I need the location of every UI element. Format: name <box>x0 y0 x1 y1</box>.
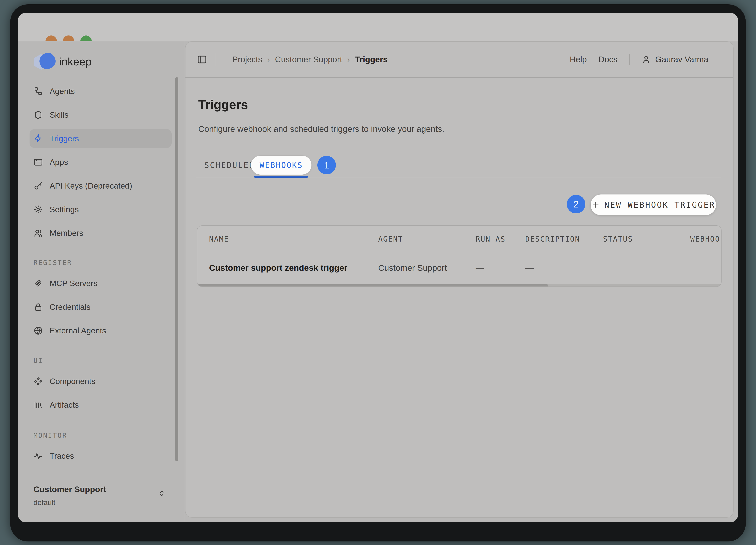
sidebar-item-external-agents[interactable]: External Agents <box>18 319 185 343</box>
trigger-run-as-cell: — <box>476 252 484 283</box>
hexagon-icon <box>33 110 43 120</box>
page-description: Configure webhook and scheduled triggers… <box>198 124 444 134</box>
header-divider <box>215 53 215 66</box>
sidebar-item-skills[interactable]: Skills <box>18 103 185 127</box>
trigger-name-cell[interactable]: Customer support zendesk trigger <box>209 252 347 283</box>
sidebar-item-members[interactable]: Members <box>18 221 185 245</box>
breadcrumb: Projects › Customer Support › Triggers <box>232 55 388 64</box>
header-divider <box>629 54 630 65</box>
sidebar-item-label: External Agents <box>50 326 106 335</box>
app-window: inkeep Agents Skills <box>18 13 738 522</box>
table-row[interactable]: Customer support zendesk trigger Custome… <box>197 252 721 283</box>
page-header: Projects › Customer Support › Triggers H… <box>185 42 733 78</box>
globe-icon <box>33 326 43 335</box>
breadcrumb-projects[interactable]: Projects <box>232 55 262 64</box>
trigger-description-cell: — <box>525 252 534 283</box>
active-tab-underline <box>254 176 308 178</box>
annotation-badge-1: 1 <box>317 156 336 174</box>
breadcrumb-project-name[interactable]: Customer Support <box>275 55 342 64</box>
activity-icon <box>33 451 43 461</box>
sidebar-toggle-button[interactable] <box>197 54 207 65</box>
sidebar-item-label: MCP Servers <box>50 279 97 288</box>
sidebar-item-label: Agents <box>50 87 75 96</box>
chevron-right-icon: › <box>267 55 270 64</box>
main-panel: Projects › Customer Support › Triggers H… <box>185 41 734 518</box>
tab-webhooks[interactable]: WEBHOOKS <box>251 156 311 174</box>
app-content: inkeep Agents Skills <box>18 41 738 522</box>
table-header: NAME AGENT RUN AS DESCRIPTION STATUS WEB… <box>197 226 721 252</box>
workflow-icon <box>33 86 43 96</box>
page-title: Triggers <box>198 97 248 112</box>
key-icon <box>33 181 43 190</box>
user-name: Gaurav Varma <box>655 55 708 64</box>
sidebar-item-api-keys[interactable]: API Keys (Deprecated) <box>18 174 185 198</box>
plus-icon <box>591 200 600 209</box>
gear-icon <box>33 205 43 214</box>
column-header-name: NAME <box>209 226 229 252</box>
chevron-right-icon: › <box>347 55 350 64</box>
chevrons-up-down-icon <box>157 489 166 499</box>
sidebar-item-credentials[interactable]: Credentials <box>18 295 185 319</box>
header-actions: Help Docs Gaurav Varma <box>570 54 708 65</box>
breadcrumb-current: Triggers <box>355 55 388 64</box>
inkeep-logo-icon <box>33 52 56 70</box>
window-titlebar <box>18 13 738 41</box>
workspace-name: Customer Support <box>33 485 171 494</box>
sidebar-section-monitor: Traces <box>18 444 185 468</box>
column-header-description: DESCRIPTION <box>525 226 580 252</box>
sidebar-item-label: Skills <box>50 110 69 120</box>
inkeep-logo: inkeep <box>33 52 92 70</box>
sidebar-item-label: Credentials <box>50 303 90 312</box>
sidebar-item-mcp-servers[interactable]: MCP Servers <box>18 271 185 295</box>
lock-icon <box>33 302 43 312</box>
sidebar-item-artifacts[interactable]: Artifacts <box>18 393 185 417</box>
sidebar-item-components[interactable]: Components <box>18 370 185 393</box>
trigger-agent-cell: Customer Support <box>378 252 447 283</box>
sidebar-section-register: MCP Servers Credentials External Agents <box>18 271 185 343</box>
sidebar-item-label: Artifacts <box>50 400 79 410</box>
sidebar-item-triggers[interactable]: Triggers <box>18 127 185 150</box>
workspace-environment: default <box>33 499 171 507</box>
sidebar-item-label: Triggers <box>50 134 79 143</box>
annotation-badge-2: 2 <box>567 195 585 213</box>
section-label-ui: UI <box>33 357 43 365</box>
column-header-agent: AGENT <box>378 226 403 252</box>
sidebar-item-traces[interactable]: Traces <box>18 444 185 468</box>
zap-icon <box>33 134 43 143</box>
new-webhook-trigger-label: NEW WEBHOOK TRIGGER <box>604 200 715 210</box>
help-link[interactable]: Help <box>570 55 587 64</box>
user-menu[interactable]: Gaurav Varma <box>641 55 708 64</box>
sidebar-item-apps[interactable]: Apps <box>18 150 185 174</box>
sidebar-item-label: Components <box>50 377 95 386</box>
sidebar: inkeep Agents Skills <box>18 41 185 522</box>
docs-link[interactable]: Docs <box>598 55 617 64</box>
sidebar-item-label: Members <box>50 228 83 238</box>
horizontal-scrollbar-thumb[interactable] <box>198 284 548 287</box>
panel-left-icon <box>197 54 207 65</box>
inkeep-logo-text: inkeep <box>59 55 92 68</box>
section-label-register: REGISTER <box>33 259 72 266</box>
screenshot-root: inkeep Agents Skills <box>0 0 756 545</box>
column-header-webhook: WEBHOO <box>690 226 720 252</box>
sidebar-item-settings[interactable]: Settings <box>18 198 185 221</box>
column-header-status: STATUS <box>603 226 633 252</box>
library-icon <box>33 400 43 410</box>
app-window-icon <box>33 157 43 167</box>
sidebar-item-label: Apps <box>50 158 68 167</box>
sidebar-item-label: Traces <box>50 451 74 461</box>
users-icon <box>33 228 43 238</box>
sidebar-section-ui: Components Artifacts <box>18 370 185 417</box>
user-icon <box>641 55 651 64</box>
tab-scheduled[interactable]: SCHEDULED <box>204 156 255 174</box>
mcp-icon <box>33 279 43 288</box>
section-label-monitor: MONITOR <box>33 432 67 439</box>
components-icon <box>33 377 43 386</box>
column-header-run-as: RUN AS <box>476 226 506 252</box>
sidebar-item-agents[interactable]: Agents <box>18 79 185 103</box>
sidebar-item-label: API Keys (Deprecated) <box>50 181 132 190</box>
sidebar-scrollbar[interactable] <box>175 77 178 461</box>
workspace-switcher[interactable]: Customer Support default <box>33 485 171 507</box>
sidebar-item-label: Settings <box>50 205 79 214</box>
new-webhook-trigger-button[interactable]: NEW WEBHOOK TRIGGER <box>591 194 716 215</box>
triggers-table: NAME AGENT RUN AS DESCRIPTION STATUS WEB… <box>197 225 722 287</box>
